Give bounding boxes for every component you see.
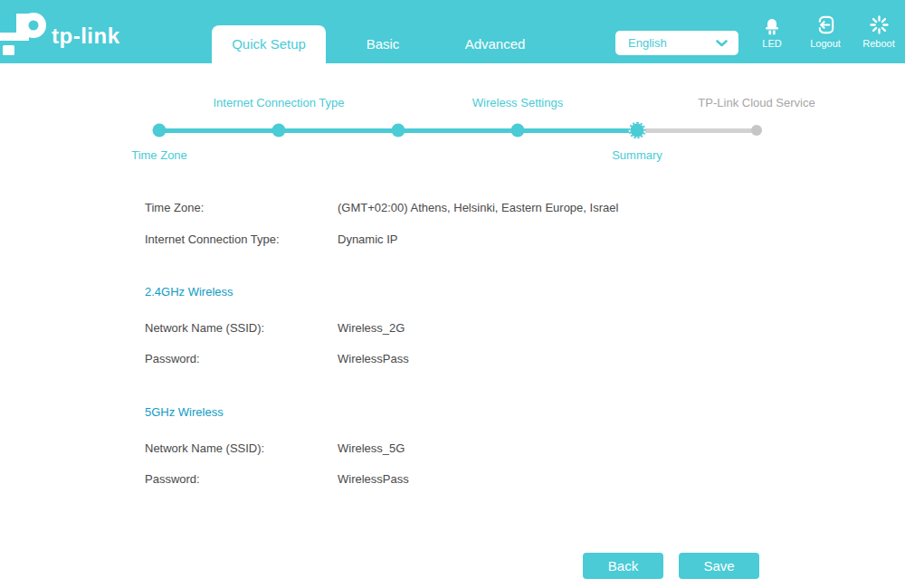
row-value: WirelessPass [338,352,409,365]
row-label: Network Name (SSID): [145,321,338,335]
row-label: Password: [145,472,338,486]
summary-row-ssid-2g: Network Name (SSID): Wireless_2G [145,321,405,335]
reboot-label: Reboot [847,38,905,49]
tab-basic[interactable]: Basic [328,25,438,63]
router-admin-page: tp-link Quick Setup Basic Advanced Engli… [0,0,905,588]
row-label: Internet Connection Type: [145,232,338,246]
summary-row-internet-connection-type: Internet Connection Type: Dynamic IP [145,232,397,246]
row-value: WirelessPass [338,472,409,486]
row-value: Wireless_5G [338,441,405,455]
section-title-2-4ghz-wireless: 2.4GHz Wireless [145,285,233,299]
summary-row-password-5g: Password: WirelessPass [145,472,409,486]
header: tp-link Quick Setup Basic Advanced Engli… [0,0,905,63]
tp-link-logo: tp-link [0,6,172,59]
summary-row-password-2g: Password: WirelessPass [145,352,409,365]
reboot-button[interactable]: Reboot [847,12,905,49]
tab-quick-setup[interactable]: Quick Setup [212,25,326,63]
step-dot-time-zone [153,124,167,138]
section-title-5ghz-wireless: 5GHz Wireless [145,405,224,419]
row-label: Password: [145,352,338,365]
tp-link-logo-mark [0,6,47,59]
step-dot-summary [631,124,644,138]
step-label-tplink-cloud-service: TP-Link Cloud Service [698,96,814,109]
language-select[interactable]: English [615,31,738,55]
summary-row-time-zone: Time Zone: (GMT+02:00) Athens, Helsinki,… [145,201,618,214]
quick-setup-stepper: Internet Connection Type Wireless Settin… [0,63,905,190]
language-select-value: English [628,36,667,50]
step-label-wireless-settings: Wireless Settings [472,96,563,109]
chevron-down-icon [716,40,728,47]
step-label-summary: Summary [612,148,662,162]
brand-text: tp-link [52,24,120,50]
step-label-time-zone: Time Zone [131,148,187,162]
step-dot-3 [392,124,405,138]
row-value: Wireless_2G [338,321,405,335]
step-dot-internet-connection-type [272,124,286,138]
back-button[interactable]: Back [583,553,663,579]
tab-advanced[interactable]: Advanced [440,25,550,63]
step-dot-tplink-cloud-service [751,125,762,136]
save-button[interactable]: Save [679,553,759,579]
reboot-icon [847,12,905,35]
row-value: (GMT+02:00) Athens, Helsinki, Eastern Eu… [338,201,618,214]
row-label: Time Zone: [145,201,338,214]
row-label: Network Name (SSID): [145,441,338,455]
stepper-track-remaining [637,128,757,133]
step-label-internet-connection-type: Internet Connection Type [213,96,344,109]
summary-row-ssid-5g: Network Name (SSID): Wireless_5G [145,441,405,455]
row-value: Dynamic IP [338,232,397,246]
step-dot-wireless-settings [511,124,525,138]
